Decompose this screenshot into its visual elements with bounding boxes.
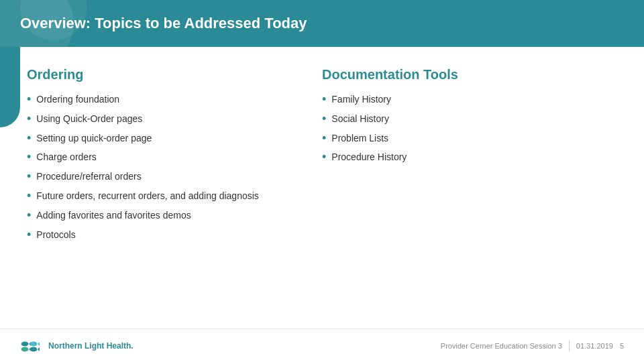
list-item: • Procedure/referral orders bbox=[27, 170, 309, 184]
svg-point-2 bbox=[21, 347, 29, 351]
bullet-icon: • bbox=[27, 190, 31, 203]
svg-point-4 bbox=[30, 341, 38, 346]
svg-point-6 bbox=[30, 347, 38, 351]
bullet-icon: • bbox=[27, 209, 31, 223]
bullet-icon: • bbox=[27, 132, 31, 145]
bullet-icon: • bbox=[27, 93, 31, 107]
list-item-text: Social History bbox=[331, 113, 389, 126]
main-content: Ordering • Ordering foundation • Using Q… bbox=[0, 47, 644, 328]
logo-area: Northern Light Health. bbox=[20, 339, 133, 353]
list-item: • Using Quick-Order pages bbox=[27, 113, 309, 126]
list-item: • Problem Lists bbox=[322, 132, 604, 145]
list-item-text: Procedure/referral orders bbox=[36, 170, 141, 184]
left-decoration bbox=[0, 47, 20, 127]
list-item-text: Future orders, recurrent orders, and add… bbox=[36, 190, 259, 203]
footer-date: 01.31.2019 bbox=[576, 342, 613, 350]
documentation-title: Documentation Tools bbox=[322, 67, 604, 82]
bullet-icon: • bbox=[322, 93, 326, 107]
slide-footer: Northern Light Health. Provider Cerner E… bbox=[0, 328, 644, 362]
list-item-text: Family History bbox=[331, 93, 391, 107]
list-item: • Future orders, recurrent orders, and a… bbox=[27, 190, 309, 203]
list-item-text: Charge orders bbox=[36, 151, 97, 164]
slide-header: Overview: Topics to be Addressed Today bbox=[0, 0, 644, 47]
bullet-icon: • bbox=[322, 113, 326, 126]
list-item-text: Protocols bbox=[36, 229, 75, 242]
documentation-column: Documentation Tools • Family History • S… bbox=[322, 67, 617, 315]
bullet-icon: • bbox=[27, 113, 31, 126]
list-item: • Ordering foundation bbox=[27, 93, 309, 107]
logo-text: Northern Light Health. bbox=[48, 341, 133, 351]
bullet-icon: • bbox=[27, 229, 31, 242]
list-item: • Protocols bbox=[27, 229, 309, 242]
ordering-column: Ordering • Ordering foundation • Using Q… bbox=[27, 67, 322, 315]
page-number: 5 bbox=[620, 342, 624, 350]
bullet-icon: • bbox=[322, 132, 326, 145]
ordering-title: Ordering bbox=[27, 67, 309, 82]
footer-right: Provider Cerner Education Session 3 01.3… bbox=[441, 341, 624, 351]
documentation-list: • Family History • Social History • Prob… bbox=[322, 93, 604, 164]
session-label: Provider Cerner Education Session 3 bbox=[441, 342, 562, 350]
columns-container: Ordering • Ordering foundation • Using Q… bbox=[27, 67, 617, 315]
slide-title: Overview: Topics to be Addressed Today bbox=[20, 15, 307, 32]
svg-marker-5 bbox=[38, 342, 40, 346]
list-item-text: Ordering foundation bbox=[36, 93, 119, 107]
list-item: • Family History bbox=[322, 93, 604, 107]
ordering-list: • Ordering foundation • Using Quick-Orde… bbox=[27, 93, 309, 241]
svg-marker-7 bbox=[38, 347, 40, 351]
list-item: • Adding favorites and favorites demos bbox=[27, 209, 309, 223]
list-item-text: Adding favorites and favorites demos bbox=[36, 209, 191, 223]
svg-point-0 bbox=[21, 341, 29, 346]
list-item: • Charge orders bbox=[27, 151, 309, 164]
bullet-icon: • bbox=[27, 151, 31, 164]
list-item: • Social History bbox=[322, 113, 604, 126]
footer-divider bbox=[569, 341, 570, 351]
bullet-icon: • bbox=[27, 170, 31, 184]
list-item: • Setting up quick-order page bbox=[27, 132, 309, 145]
list-item-text: Setting up quick-order page bbox=[36, 132, 152, 145]
list-item-text: Problem Lists bbox=[331, 132, 388, 145]
list-item: • Procedure History bbox=[322, 151, 604, 164]
bullet-icon: • bbox=[322, 151, 326, 164]
list-item-text: Procedure History bbox=[331, 151, 407, 164]
nlh-logo-icon bbox=[20, 339, 44, 353]
list-item-text: Using Quick-Order pages bbox=[36, 113, 142, 126]
